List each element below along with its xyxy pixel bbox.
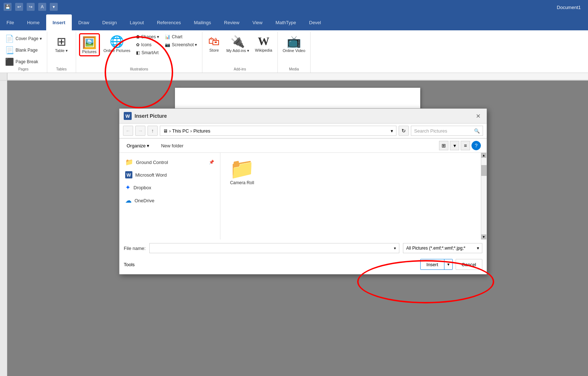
addins-group-items: 🛍 Store 🔌 My Add-ins ▾ W Wikipedia — [205, 33, 274, 67]
smartart-icon: ◧ — [136, 50, 140, 55]
insert-main-button[interactable]: Insert — [421, 259, 444, 269]
folder-camera-roll[interactable]: 📁 Camera Roll — [224, 156, 260, 187]
tab-view[interactable]: View — [246, 14, 269, 30]
view-controls: ⊞ ▾ ≡ ? — [438, 141, 482, 150]
organize-button[interactable]: Organize ▾ — [124, 142, 152, 150]
tab-mailings[interactable]: Mailings — [187, 14, 218, 30]
wikipedia-button[interactable]: W Wikipedia — [253, 33, 275, 54]
document-title: Document1 — [557, 5, 581, 10]
illustrations-group-label: Illustrations — [130, 67, 148, 73]
view-large-icons-button[interactable]: ⊞ — [439, 141, 448, 150]
cover-page-button[interactable]: 📄 Cover Page ▾ — [3, 33, 44, 44]
filetype-arrow: ▾ — [477, 246, 479, 251]
breadcrumb-dropdown-icon[interactable]: ▾ — [391, 128, 393, 134]
pictures-button[interactable]: 🖼️ Pictures — [79, 33, 100, 56]
undo-icon[interactable]: ↩ — [15, 3, 23, 11]
dialog-close-button[interactable]: ✕ — [474, 112, 482, 120]
my-addins-button[interactable]: 🔌 My Add-ins ▾ — [224, 33, 251, 55]
ribbon-tabs: File Home Insert Draw Design Layout Refe… — [0, 14, 588, 30]
dialog-toolbar: ← → ↑ 🖥 › This PC › Pictures ▾ ↻ Search … — [119, 124, 487, 138]
tab-draw[interactable]: Draw — [72, 14, 96, 30]
back-button[interactable]: ← — [123, 126, 133, 136]
store-label: Store — [209, 48, 219, 52]
dialog-content-area: 📁 Camera Roll — [220, 153, 481, 239]
scrollbar-thumb[interactable] — [481, 165, 487, 176]
media-group-label: Media — [289, 67, 299, 73]
nav-item-ground-control-label: Ground Control — [136, 160, 168, 165]
nav-item-ground-control[interactable]: 📁 Ground Control 📌 — [119, 156, 220, 169]
nav-item-dropbox[interactable]: ✦ Dropbox — [119, 181, 220, 194]
screenshot-button[interactable]: 📷 Screenshot ▾ — [163, 41, 199, 48]
table-button[interactable]: ⊞ Table ▾ — [53, 33, 70, 55]
blank-page-button[interactable]: 📃 Blank Page — [3, 45, 44, 56]
ribbon-group-illustrations: 🖼️ Pictures 🌐 Online Pictures ⬟ Shapes ▾… — [76, 32, 203, 73]
nav-item-microsoft-word[interactable]: W Microsoft Word — [119, 169, 220, 181]
icons-button[interactable]: ✿ Icons — [134, 41, 161, 48]
forward-button[interactable]: → — [135, 126, 145, 136]
pin-icon: 📌 — [209, 160, 214, 165]
dialog-title-label: Insert Picture — [135, 113, 167, 119]
tab-layout[interactable]: Layout — [123, 14, 150, 30]
save-icon[interactable]: 💾 — [4, 3, 12, 11]
smartart-button[interactable]: ◧ SmartArt — [134, 49, 161, 56]
wikipedia-icon: W — [258, 35, 269, 48]
refresh-button[interactable]: ↻ — [399, 126, 409, 136]
screenshot-icon: 📷 — [165, 42, 170, 47]
content-scrollbar[interactable]: ▲ ▼ — [481, 153, 487, 239]
insert-arrow-button[interactable]: ▾ — [444, 259, 452, 269]
illustrations-group-items: 🖼️ Pictures 🌐 Online Pictures ⬟ Shapes ▾… — [79, 33, 199, 67]
ribbon-group-media: 📺 Online Video Media — [278, 32, 311, 73]
wikipedia-label: Wikipedia — [255, 48, 272, 52]
folder-camera-roll-label: Camera Roll — [230, 180, 254, 185]
tab-home[interactable]: Home — [21, 14, 46, 30]
pages-group-items: 📄 Cover Page ▾ 📃 Blank Page ⬛ Page Break — [3, 33, 44, 67]
tab-devel[interactable]: Devel — [303, 14, 328, 30]
redo-icon[interactable]: ↪ — [27, 3, 35, 11]
help-button[interactable]: ? — [471, 141, 481, 150]
onedrive-icon: ☁ — [125, 196, 132, 204]
tab-mathtype[interactable]: MathType — [269, 14, 303, 30]
tab-references[interactable]: References — [150, 14, 187, 30]
view-details-button[interactable]: ≡ — [461, 141, 470, 150]
chart-button[interactable]: 📊 Chart — [163, 33, 199, 40]
insert-button-group: Insert ▾ — [420, 259, 453, 270]
filename-input[interactable]: ▾ — [149, 243, 399, 253]
nav-item-onedrive[interactable]: ☁ OneDrive — [119, 194, 220, 207]
new-folder-button[interactable]: New folder — [158, 142, 186, 150]
dialog-body: 📁 Ground Control 📌 W Microsoft Word ✦ Dr… — [119, 153, 487, 239]
view-dropdown-button[interactable]: ▾ — [450, 141, 459, 150]
dropbox-icon: ✦ — [125, 183, 131, 191]
filetype-select[interactable]: All Pictures (*.emf;*.wmf;*.jpg;* ▾ — [403, 243, 482, 253]
tab-file[interactable]: File — [0, 14, 21, 30]
tools-label: Tools — [124, 262, 135, 267]
tab-insert[interactable]: Insert — [46, 14, 72, 30]
ground-control-icon: 📁 — [125, 158, 133, 166]
store-button[interactable]: 🛍 Store — [205, 33, 223, 54]
shapes-button[interactable]: ⬟ Shapes ▾ — [134, 33, 161, 40]
side-ruler — [0, 81, 7, 376]
tab-design[interactable]: Design — [96, 14, 123, 30]
my-addins-icon: 🔌 — [231, 35, 245, 48]
page-break-button[interactable]: ⬛ Page Break — [3, 56, 44, 67]
filename-input-arrow[interactable]: ▾ — [394, 246, 396, 251]
online-pictures-label: Online Pictures — [104, 48, 131, 53]
dialog-filename-row: File name: ▾ All Pictures (*.emf;*.wmf;*… — [119, 239, 487, 257]
tab-review[interactable]: Review — [218, 14, 246, 30]
online-pictures-button[interactable]: 🌐 Online Pictures — [101, 33, 133, 54]
font-format-icon[interactable]: A — [38, 3, 46, 11]
word-nav-icon: W — [125, 171, 132, 178]
ruler-top — [7, 73, 588, 80]
breadcrumb-separator2: › — [190, 128, 192, 134]
search-box[interactable]: Search Pictures 🔍 — [411, 126, 483, 136]
more-icon[interactable]: ▾ — [50, 3, 58, 11]
breadcrumb-bar[interactable]: 🖥 › This PC › Pictures ▾ — [160, 126, 396, 136]
up-button[interactable]: ↑ — [148, 126, 158, 136]
dialog-title-area: W Insert Picture — [124, 112, 167, 120]
blank-page-icon: 📃 — [5, 46, 14, 55]
cancel-button[interactable]: Cancel — [456, 259, 482, 270]
title-bar: 💾 ↩ ↪ A ▾ Document1 — [0, 0, 588, 14]
cancel-label: Cancel — [462, 262, 476, 267]
table-icon: ⊞ — [57, 35, 66, 48]
ribbon-group-pages: 📄 Cover Page ▾ 📃 Blank Page ⬛ Page Break… — [0, 32, 47, 73]
online-video-button[interactable]: 📺 Online Video — [281, 33, 308, 54]
